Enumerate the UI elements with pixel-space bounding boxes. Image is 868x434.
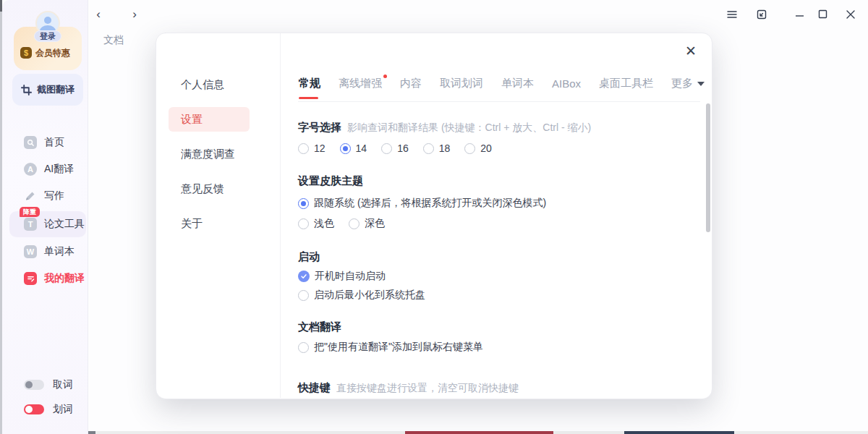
font-size-option-16[interactable]: 16 [381, 142, 409, 154]
theme-title: 设置皮肤主题 [298, 174, 363, 187]
background-strip-red [405, 431, 553, 434]
option-label: 18 [439, 142, 451, 154]
pen-icon [24, 190, 37, 203]
option-label: 开机时自动启动 [315, 270, 386, 283]
shortcut-title: 快捷键 [298, 381, 331, 395]
screenshot-translate-label: 截图翻译 [37, 83, 75, 96]
login-badge[interactable]: 登录 [34, 30, 61, 42]
new-badge-dot [383, 75, 387, 78]
dialog-menu-about[interactable]: 关于 [169, 211, 270, 236]
option-label: 16 [397, 142, 409, 154]
sidebar-item-label: 首页 [44, 136, 64, 149]
theme-option-follow-system[interactable]: 跟随系统 (选择后，将根据系统打开或关闭深色模式) [298, 197, 546, 210]
back-arrow-button[interactable]: ‹ [93, 8, 104, 21]
sidebar-item-writing[interactable]: 写作 [9, 183, 86, 209]
app-window: 登录 会员特惠 截图翻译 首页 A AI翻译 写作 [0, 0, 868, 434]
member-benefits-button[interactable]: 会员特惠 [20, 46, 78, 60]
tab-offline-enhance[interactable]: 离线增强 [339, 77, 382, 90]
radio-selected[interactable] [340, 143, 351, 154]
dialog-menu-satisfaction-survey[interactable]: 满意度调查 [169, 142, 270, 166]
option-label: 12 [314, 142, 326, 154]
tab-general[interactable]: 常规 [299, 77, 320, 90]
mini-window-icon[interactable] [756, 9, 769, 20]
tab-wordbook[interactable]: 单词本 [501, 77, 534, 90]
radio-unselected[interactable] [349, 218, 359, 229]
doc-translate-title: 文档翻译 [298, 320, 341, 333]
sidebar-item-label: 我的翻译 [44, 272, 85, 285]
sidebar-item-label: 写作 [44, 190, 64, 203]
ai-translate-icon: A [24, 163, 37, 176]
word-select-label: 划词 [53, 403, 73, 416]
word-capture-toggle-row: 取词 [24, 379, 89, 391]
my-translations-icon [24, 272, 37, 285]
tab-desktop-toolbar[interactable]: 桌面工具栏 [599, 77, 653, 90]
theme-option-light[interactable]: 浅色 [298, 217, 334, 230]
background-strip-navy [624, 431, 734, 434]
maximize-button[interactable] [817, 9, 830, 20]
font-size-option-12[interactable]: 12 [298, 142, 326, 154]
option-label: 14 [356, 142, 367, 154]
word-capture-label: 取词 [53, 378, 73, 391]
sidebar-item-wordbook[interactable]: W 单词本 [9, 239, 86, 265]
coin-icon [20, 47, 32, 59]
theme-light-dark-row: 浅色 深色 [298, 217, 385, 230]
sidebar-item-my-translations[interactable]: 我的翻译 [9, 265, 86, 292]
screenshot-translate-button[interactable]: 截图翻译 [12, 74, 83, 106]
dialog-menu-settings[interactable]: 设置 [169, 107, 250, 132]
dialog-menu-feedback[interactable]: 意见反馈 [169, 176, 270, 201]
menu-icon[interactable] [726, 9, 739, 20]
word-select-toggle-row: 划词 [24, 404, 89, 415]
sidebar-item-label: AI翻译 [44, 163, 74, 176]
tab-row-divider [298, 101, 700, 102]
close-window-button[interactable] [845, 9, 858, 20]
member-benefits-label: 会员特惠 [35, 47, 70, 59]
option-label: 启动后最小化到系统托盘 [314, 289, 425, 302]
checkbox-unchecked[interactable] [298, 290, 309, 301]
checkbox-unchecked[interactable] [298, 342, 309, 353]
radio-unselected[interactable] [298, 218, 309, 229]
radio-unselected[interactable] [381, 143, 392, 154]
tab-more-label: 更多 [671, 77, 693, 89]
theme-section-title-row: 设置皮肤主题 [298, 174, 363, 188]
dialog-scrollbar-thumb[interactable] [706, 103, 710, 232]
tab-word-capture[interactable]: 取词划词 [440, 77, 483, 90]
wordbook-icon: W [24, 245, 37, 258]
sidebar: 登录 会员特惠 截图翻译 首页 A AI翻译 写作 [2, 0, 88, 434]
doc-translate-option-context-menu[interactable]: 把"使用有道翻译"添加到鼠标右键菜单 [298, 341, 483, 354]
word-select-toggle[interactable] [24, 404, 44, 414]
sidebar-item-home[interactable]: 首页 [9, 129, 86, 156]
tab-more[interactable]: 更多 [671, 77, 705, 90]
minimize-button[interactable] [794, 10, 807, 22]
checkbox-checked[interactable] [298, 271, 310, 282]
radio-unselected[interactable] [423, 143, 434, 154]
option-label: 深色 [365, 217, 385, 230]
sidebar-item-ai-translate[interactable]: A AI翻译 [9, 156, 86, 182]
doc-translate-context-menu-row: 把"使用有道翻译"添加到鼠标右键菜单 [298, 341, 483, 354]
radio-unselected[interactable] [464, 143, 475, 154]
radio-unselected[interactable] [298, 143, 309, 154]
tab-offline-enhance-label: 离线增强 [339, 77, 382, 89]
theme-option-dark[interactable]: 深色 [349, 217, 385, 230]
doc-translate-section-title-row: 文档翻译 [298, 320, 341, 334]
font-size-option-14[interactable]: 14 [340, 142, 367, 154]
startup-option-minimize-tray[interactable]: 启动后最小化到系统托盘 [298, 289, 425, 302]
tab-aibox[interactable]: AIBox [552, 77, 581, 90]
shortcut-section-title-row: 快捷键 直接按键盘进行设置，清空可取消快捷键 [298, 381, 519, 395]
word-capture-toggle[interactable] [24, 380, 44, 390]
dialog-menu-divider [280, 33, 281, 398]
startup-option-autostart[interactable]: 开机时自动启动 [298, 270, 386, 283]
theme-follow-system-row: 跟随系统 (选择后，将根据系统打开或关闭深色模式) [298, 197, 546, 210]
forward-arrow-button[interactable]: › [129, 8, 140, 21]
dialog-menu-profile[interactable]: 个人信息 [169, 72, 270, 97]
tab-content[interactable]: 内容 [400, 77, 422, 90]
font-size-option-20[interactable]: 20 [464, 142, 492, 154]
font-size-option-18[interactable]: 18 [423, 142, 451, 154]
avatar-person-icon [44, 17, 51, 24]
tab-document[interactable]: 文档 [103, 34, 124, 47]
startup-minimize-row: 启动后最小化到系统托盘 [298, 289, 425, 302]
radio-selected[interactable] [298, 198, 309, 209]
sidebar-item-label: 单词本 [44, 245, 75, 258]
dialog-close-icon[interactable]: ✕ [684, 44, 698, 59]
shortcut-note: 直接按键盘进行设置，清空可取消快捷键 [336, 382, 519, 395]
option-label: 把"使用有道翻译"添加到鼠标右键菜单 [314, 341, 483, 354]
